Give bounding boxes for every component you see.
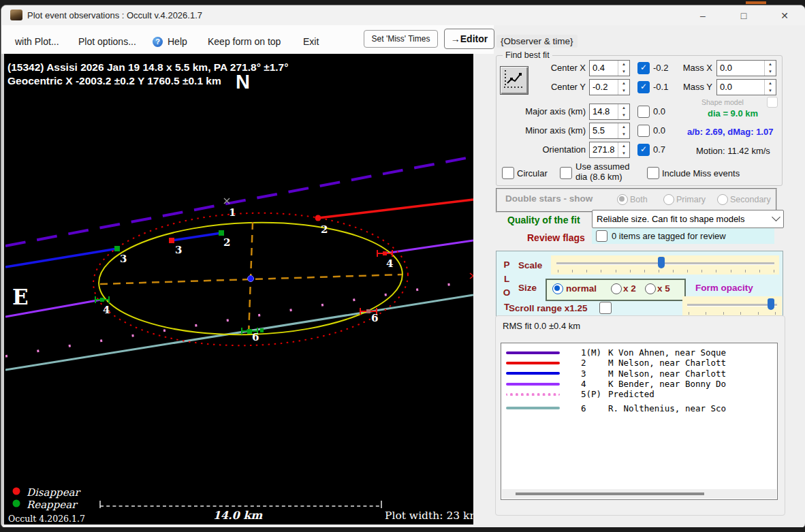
chord-4-legend-line xyxy=(506,383,560,386)
chord-4-line-east xyxy=(385,240,473,253)
include-miss-label: Include Miss events xyxy=(662,168,740,178)
observations-list[interactable]: 1(M) K Von Ahnen, near Soque 2 M Nelson,… xyxy=(501,343,778,500)
svg-text:1: 1 xyxy=(229,206,236,219)
list-item[interactable]: 3 M Nelson, near Charlott xyxy=(501,369,777,379)
close-button[interactable]: ✕ xyxy=(769,5,800,25)
chord-6-reappear-dot xyxy=(247,329,252,334)
double-secondary-radio[interactable] xyxy=(717,194,728,205)
major-axis-spinner[interactable]: 14.8 ▲▼ xyxy=(589,104,630,120)
size-normal-label: normal xyxy=(566,283,597,294)
plot-canvas[interactable]: 1 2 2 3 3 4 4 6 6 (15342) Assisi 2026 Ja… xyxy=(4,54,473,525)
mass-y-spinner[interactable]: 0.0 ▲▼ xyxy=(716,79,776,95)
svg-text:2: 2 xyxy=(321,223,328,236)
title-bar: Plot event observations : Occult v.4.202… xyxy=(1,5,805,25)
circular-label: Circular xyxy=(517,168,548,178)
plot-controls-panel: PLOT Scale Size normal x 2 x 5 Form opac… xyxy=(496,251,783,320)
size-normal-radio[interactable] xyxy=(552,283,563,294)
size-x5-radio[interactable] xyxy=(645,283,656,294)
list-horizontal-scrollbar[interactable] xyxy=(502,489,776,499)
ellipse-center-dot xyxy=(248,276,254,282)
menu-help[interactable]: Help xyxy=(168,36,187,47)
center-x-sigma: -0.2 xyxy=(653,63,668,73)
size-x2-radio[interactable] xyxy=(611,283,622,294)
circular-checkbox[interactable] xyxy=(502,167,514,179)
use-assumed-dia-label: Use assumed dia (8.6 km) xyxy=(575,161,629,182)
scale-slider[interactable] xyxy=(551,255,779,275)
quality-value: Reliable size. Can fit to shape models xyxy=(597,214,745,224)
svg-text:4: 4 xyxy=(103,304,110,316)
maximize-button[interactable]: □ xyxy=(728,5,759,25)
double-secondary-label: Secondary xyxy=(730,195,771,204)
mass-y-label: Mass Y xyxy=(680,82,712,92)
chord-2-reappear-marker xyxy=(219,230,224,236)
plot-edge-tick xyxy=(470,273,473,279)
set-miss-times-button[interactable]: Set 'Miss' Times xyxy=(364,30,438,48)
double-stars-group: Double stars - show Both Primary Seconda… xyxy=(496,188,777,213)
chord-4-disappear-dot xyxy=(383,251,387,255)
chord-2-legend-line xyxy=(506,362,560,364)
minor-axis-spinner[interactable]: 5.5 ▲▼ xyxy=(589,123,630,139)
list-item[interactable]: 4 K Bender, near Bonny Do xyxy=(501,379,777,389)
window-title: Plot event observations : Occult v.4.202… xyxy=(27,10,202,20)
quality-dropdown[interactable]: Reliable size. Can fit to shape models xyxy=(592,210,784,228)
menu-exit[interactable]: Exit xyxy=(303,36,319,47)
double-both-radio[interactable] xyxy=(617,194,628,205)
rms-fit-label: RMS fit 0.0 ±0.4 km xyxy=(503,321,580,331)
plot-graphics: 1 2 2 3 3 4 4 6 6 (15342) Assisi 2026 Ja… xyxy=(5,57,473,525)
double-both-label: Both xyxy=(630,195,648,204)
include-miss-checkbox[interactable] xyxy=(647,167,659,179)
svg-text:6: 6 xyxy=(252,331,259,343)
app-icon xyxy=(10,10,22,20)
chevron-down-icon xyxy=(772,213,780,221)
chord-3-line-east xyxy=(172,233,221,240)
list-item[interactable]: 5(P) Predicted xyxy=(501,389,777,399)
chord-1-miss-line xyxy=(5,157,473,246)
double-primary-radio[interactable] xyxy=(663,194,674,205)
fit-plot-button[interactable] xyxy=(500,66,528,95)
center-x-fit-checkbox[interactable]: ✓ xyxy=(637,62,650,74)
list-item[interactable]: 6 R. Nolthenius, near Sco xyxy=(501,403,777,413)
double-primary-label: Primary xyxy=(676,195,706,204)
chart-icon xyxy=(501,67,526,93)
scrollbar-thumb[interactable] xyxy=(516,492,704,495)
form-opacity-slider-thumb[interactable] xyxy=(768,298,774,310)
editor-button[interactable]: →Editor xyxy=(444,29,494,49)
orientation-spinner[interactable]: 271.8 ▲▼ xyxy=(589,142,630,158)
scroll-range-checkbox[interactable] xyxy=(599,302,612,314)
form-opacity-label: Form opacity xyxy=(695,283,753,293)
list-item[interactable]: 2 M Nelson, near Charlott xyxy=(501,358,777,368)
center-y-spinner[interactable]: -0.2 ▲▼ xyxy=(589,79,630,95)
observer-time-label: {Observer & time} xyxy=(496,35,578,48)
menu-keep-form-on-top[interactable]: Keep form on top xyxy=(208,36,281,47)
find-best-fit-label: Find best fit xyxy=(503,50,552,60)
version-label: Occult 4.2026.1.7 xyxy=(8,514,85,524)
review-flags-checkbox[interactable] xyxy=(596,230,607,242)
minor-axis-fit-checkbox[interactable] xyxy=(637,125,650,137)
scale-slider-thumb[interactable] xyxy=(658,257,665,268)
chord-2-line xyxy=(318,200,473,218)
center-y-sigma: -0.1 xyxy=(653,82,668,92)
plot-title-line2: Geocentric X -2003.2 ±0.2 Y 1760.5 ±0.1 … xyxy=(7,75,221,87)
motion-label: Motion: 11.42 km/s xyxy=(696,146,770,156)
chord-3-disappear-marker xyxy=(169,238,174,243)
center-x-spinner[interactable]: 0.4 ▲▼ xyxy=(589,60,630,76)
menu-with-plot[interactable]: with Plot... xyxy=(15,36,59,47)
svg-text:6: 6 xyxy=(371,312,378,324)
svg-text:2: 2 xyxy=(223,236,230,249)
mass-x-spinner[interactable]: 0.0 ▲▼ xyxy=(716,60,776,76)
use-assumed-dia-checkbox[interactable] xyxy=(560,167,572,179)
center-y-label: Center Y xyxy=(538,82,586,92)
major-axis-label: Major axis (km) xyxy=(514,106,586,116)
list-item[interactable]: 1(M) K Von Ahnen, near Soque xyxy=(501,347,777,358)
center-y-fit-checkbox[interactable]: ✓ xyxy=(637,81,650,93)
chord-3-reappear-marker xyxy=(114,246,120,251)
legend-reappear-icon xyxy=(13,500,20,507)
app-window: Plot event observations : Occult v.4.202… xyxy=(1,5,805,529)
chord-3-legend-line xyxy=(506,372,560,375)
major-axis-fit-checkbox[interactable] xyxy=(637,106,650,118)
orientation-fit-checkbox[interactable]: ✓ xyxy=(637,144,650,156)
minimize-button[interactable]: – xyxy=(687,5,719,25)
menu-plot-options[interactable]: Plot options... xyxy=(78,36,136,47)
ab-dmag-label: a/b: 2.69, dMag: 1.07 xyxy=(687,127,773,137)
shape-model-checkbox[interactable] xyxy=(767,97,778,108)
